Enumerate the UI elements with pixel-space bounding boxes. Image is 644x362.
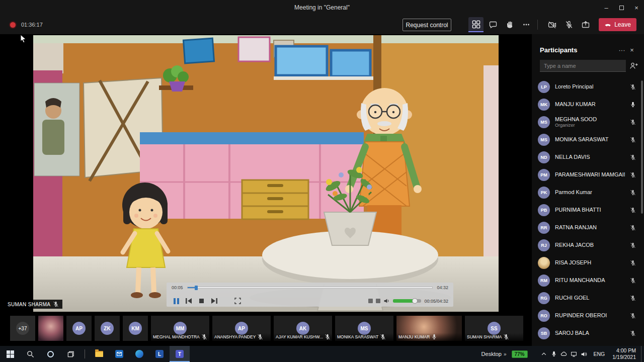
participant-row[interactable]: RMRITU MANCHANDA [532,272,644,289]
scrollbar-thumb[interactable] [641,80,643,214]
chat-button[interactable] [486,17,501,32]
edge-button[interactable] [129,346,149,362]
taskbar-search-button[interactable] [20,346,40,362]
filmstrip-tile[interactable]: AP [66,316,92,341]
cortana-button[interactable] [40,346,60,362]
participant-row[interactable]: RRRATNA RANJAN [532,219,644,236]
filmstrip-tile[interactable]: SSSUMAN SHARMA [465,316,523,341]
show-desktop-button[interactable] [641,346,644,362]
muted-mic-icon[interactable] [630,295,636,301]
mouse-cursor [20,34,27,43]
muted-mic-icon [325,334,331,340]
participant-row[interactable]: RJREKHA JACOB [532,236,644,254]
muted-mic-icon[interactable] [630,260,636,266]
taskbar-clock[interactable]: 4:00 PM 1/19/2021 [609,347,641,360]
muted-mic-icon[interactable] [630,330,636,336]
volume-slider[interactable] [393,299,421,303]
stop-button[interactable] [197,297,206,305]
add-participant-button[interactable] [629,62,638,70]
close-button[interactable]: × [629,0,644,15]
muted-mic-icon[interactable] [630,84,636,90]
muted-mic-icon[interactable] [630,119,636,125]
task-view-button[interactable] [60,346,80,362]
request-control-button[interactable]: Request control [403,19,451,31]
participant-row[interactable]: PKParmod Kumar [532,184,644,201]
file-explorer-button[interactable] [89,346,109,362]
participant-row[interactable]: LPLoreto Principal [532,78,644,96]
file-explorer-icon [95,351,103,357]
muted-mic-icon[interactable] [630,154,636,160]
speaker-icon[interactable] [383,298,390,304]
muted-mic-icon[interactable] [630,190,636,196]
hidden-icons-button[interactable] [539,346,549,362]
participant-row[interactable]: RISA JOSEPH [532,254,644,272]
participant-name: REKHA JACOB [555,242,625,248]
captions-button[interactable] [368,299,373,303]
muted-mic-icon[interactable] [630,313,636,319]
lockdown-browser-button[interactable]: L [149,346,170,362]
leave-button[interactable]: Leave [599,18,636,31]
participant-row[interactable]: RORUPINDER OBEROI [532,307,644,324]
participant-row[interactable]: RGRUCHI GOEL [532,289,644,307]
outlook-button[interactable] [109,346,129,362]
teams-button[interactable]: T [170,346,190,362]
participant-row[interactable]: MKMANJU KUMAR [532,96,644,113]
participant-row[interactable]: NDNELLA DAVIS [532,148,644,166]
tray-mic-button[interactable] [549,346,559,362]
filmstrip-tile[interactable]: +37 [10,316,35,341]
volume-button[interactable] [579,346,589,362]
participant-row[interactable]: MSMEGHNA SOODOrganizer [532,113,644,131]
minimize-button[interactable]: – [599,0,614,15]
participants-more-button[interactable]: ··· [617,46,627,54]
onedrive-button[interactable] [559,346,569,362]
filmstrip-tile[interactable]: ZK [95,316,120,341]
filmstrip-tile[interactable]: MANJU KUMAR [396,316,462,341]
participant-search-input[interactable] [540,60,626,72]
desktop-toolbar-label[interactable]: Desktop [481,351,502,357]
participants-close-button[interactable]: × [627,46,637,54]
playlist-button[interactable] [376,299,380,303]
maximize-button[interactable] [614,0,629,15]
language-indicator[interactable]: ENG [589,351,610,357]
participant-row[interactable]: PMPARAMESHWARI MAMGAIN [532,166,644,184]
window-controls: – × [599,0,644,15]
share-screen-icon [582,21,590,29]
more-options-button[interactable] [519,17,534,32]
volume-knob[interactable] [412,298,418,304]
filmstrip-tile[interactable]: MMMEGHAL MANDHOTRA [151,316,209,341]
filmstrip-tile[interactable]: KM [123,316,148,341]
avatar: MK [538,99,550,111]
player-progress-bar[interactable] [187,287,433,289]
filmstrip-tile[interactable]: APANANSHYA PANDEY [212,316,271,341]
network-button[interactable] [569,346,579,362]
task-view-icon [67,350,74,358]
pause-button[interactable] [172,297,181,305]
participant-row[interactable]: PBPURNIMA BHATTI [532,201,644,219]
taskbar-separator [85,349,85,358]
fullscreen-button[interactable] [233,297,242,305]
camera-toggle-button[interactable] [544,17,559,32]
muted-mic-icon[interactable] [630,137,636,143]
muted-mic-icon[interactable] [630,207,636,213]
muted-mic-icon[interactable] [630,278,636,284]
muted-mic-icon[interactable] [630,225,636,231]
gallery-view-button[interactable] [468,17,484,32]
next-button[interactable] [209,297,218,305]
filmstrip-tile[interactable] [38,316,63,341]
desktop-toolbar-overflow[interactable]: » [504,351,507,357]
participant-row[interactable]: MSMONIKA SARASWAT [532,131,644,148]
previous-button[interactable] [184,297,193,305]
start-button[interactable] [0,346,20,362]
battery-indicator[interactable]: 77% [512,350,528,358]
filmstrip-tile[interactable]: MSMONIKA SARASWAT [335,316,393,341]
progress-knob[interactable] [195,286,198,290]
participant-row[interactable]: SBSAROJ BALA [532,324,644,342]
filmstrip-tile[interactable]: AKAJAY KUMAR KUSHW... [274,316,332,341]
muted-mic-icon[interactable] [630,242,636,248]
mic-toggle-button[interactable] [561,17,577,32]
share-screen-button[interactable] [578,17,593,32]
raise-hand-button[interactable] [502,17,517,32]
mic-icon[interactable] [630,102,636,108]
avatar: LP [538,81,550,93]
muted-mic-icon[interactable] [630,172,636,178]
